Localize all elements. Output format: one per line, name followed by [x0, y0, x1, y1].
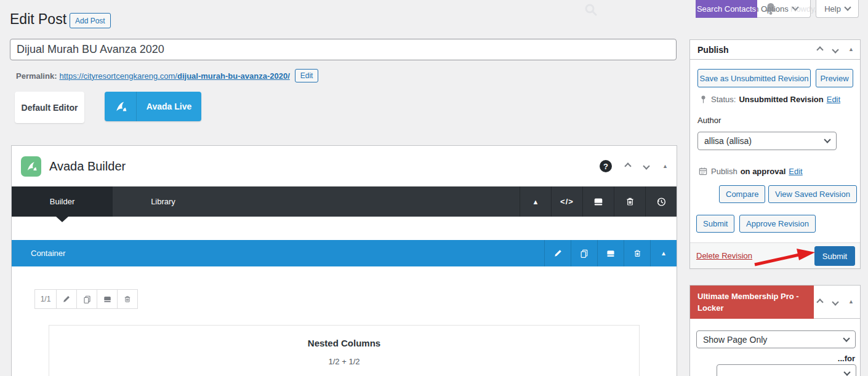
publish-panel-header[interactable]: Publish ▲	[690, 40, 860, 60]
chevron-up-icon[interactable]	[816, 298, 823, 305]
view-saved-revision-button[interactable]: View Saved Revision	[768, 185, 857, 203]
approve-revision-button[interactable]: Approve Revision	[739, 215, 816, 233]
permalink: Permalink: https://cityresortcengkareng.…	[16, 69, 318, 82]
add-post-button[interactable]: Add Post	[70, 13, 111, 28]
chevron-up-icon[interactable]	[816, 46, 823, 53]
chevron-down-icon[interactable]	[832, 298, 838, 305]
collapse-triangle-icon[interactable]: ▲	[662, 164, 668, 169]
search-contacts-label: Search Contacts	[697, 4, 756, 14]
tab-library-label: Library	[151, 197, 175, 206]
submit-primary-button[interactable]: Submit	[814, 246, 855, 266]
chevron-down-icon	[843, 335, 850, 342]
chevron-down-icon[interactable]	[832, 46, 838, 53]
for-label: ...for	[838, 354, 855, 363]
trash-icon[interactable]	[118, 289, 138, 309]
avada-live-button[interactable]: Avada Live	[105, 92, 201, 121]
author-select[interactable]: allisa (allisa)	[697, 132, 837, 150]
membership-title: Ultimate Membership Pro - Locker	[690, 286, 814, 319]
compare-button[interactable]: Compare	[719, 185, 765, 203]
container-bar[interactable]: Container ▲	[12, 240, 677, 266]
submit-button[interactable]: Submit	[696, 215, 734, 233]
tab-builder-label: Builder	[50, 197, 74, 206]
avada-builder-panel: Avada Builder ? ▲ Builder Library ▲ </>	[11, 145, 677, 376]
membership-panel-header[interactable]: Ultimate Membership Pro - Locker ▲	[690, 286, 860, 319]
publish-panel: Publish ▲ Save as Unsubmitted Revision P…	[689, 39, 861, 269]
status-value: Unsubmitted Revision	[739, 95, 823, 104]
active-tab-notch	[56, 217, 68, 222]
edit-post-screen: Screen Options Help Howdy, Search Contac…	[0, 0, 868, 376]
collapse-triangle-icon[interactable]: ▲	[848, 299, 854, 305]
page-title: Edit Post	[10, 11, 66, 28]
search-contacts-button[interactable]: Search Contacts	[696, 0, 757, 18]
help-circle-icon[interactable]: ?	[600, 160, 612, 172]
default-editor-button[interactable]: Default Editor	[15, 92, 84, 123]
post-title-input[interactable]	[10, 39, 677, 60]
author-select-value: allisa (allisa)	[704, 136, 752, 146]
save-unsubmitted-revision-button[interactable]: Save as Unsubmitted Revision	[697, 69, 811, 87]
chevron-down-icon[interactable]	[643, 162, 649, 169]
publish-edit-link[interactable]: Edit	[789, 167, 802, 176]
delete-revision-link[interactable]: Delete Revision	[696, 251, 752, 260]
status-label: Status:	[711, 95, 736, 104]
builder-panel-header: Avada Builder ? ▲	[12, 146, 677, 186]
collapse-triangle-icon[interactable]: ▲	[520, 186, 551, 217]
collapse-triangle-icon[interactable]: ▲	[650, 240, 677, 266]
locker-display-value: Show Page Only	[703, 335, 767, 345]
builder-toolbar: Builder Library ▲ </>	[12, 186, 677, 217]
help-button[interactable]: Help	[816, 0, 859, 18]
brush-icon[interactable]	[57, 289, 77, 309]
permalink-link-base[interactable]: https://cityresortcengkareng.com/	[59, 71, 177, 81]
help-label: Help	[824, 4, 841, 14]
avada-builder-logo-icon	[21, 156, 41, 177]
container-label: Container	[31, 249, 65, 258]
clone-icon[interactable]	[77, 289, 97, 309]
status-row: Status: Unsubmitted Revision Edit	[699, 95, 840, 104]
avada-logo-icon	[105, 92, 137, 121]
trash-icon[interactable]	[624, 240, 650, 266]
notification-bell-icon[interactable]	[763, 1, 778, 16]
pencil-icon[interactable]	[544, 240, 571, 266]
author-label: Author	[697, 116, 721, 125]
pin-icon	[699, 95, 708, 104]
builder-title: Avada Builder	[49, 159, 126, 174]
save-icon[interactable]	[597, 240, 624, 266]
locker-display-select[interactable]: Show Page Only	[696, 330, 856, 348]
status-edit-link[interactable]: Edit	[827, 95, 840, 104]
trash-icon[interactable]	[614, 186, 645, 217]
search-icon	[584, 2, 598, 17]
publish-label: Publish	[711, 167, 737, 176]
permalink-edit-button[interactable]: Edit	[295, 69, 319, 82]
permalink-label: Permalink:	[16, 71, 57, 81]
publish-title: Publish	[697, 45, 729, 55]
nested-columns-element[interactable]: Nested Columns 1/2 + 1/2	[49, 325, 640, 376]
chevron-down-icon	[844, 4, 851, 10]
save-icon[interactable]	[582, 186, 614, 217]
chevron-up-icon[interactable]	[624, 162, 631, 169]
collapse-triangle-icon[interactable]: ▲	[848, 47, 854, 52]
nested-columns-layout: 1/2 + 1/2	[49, 357, 639, 366]
locker-target-select[interactable]: ...	[717, 364, 856, 376]
permalink-link-slug[interactable]: dijual-murah-bu-avanza-2020/	[177, 71, 290, 81]
default-editor-label: Default Editor	[22, 103, 78, 113]
publish-schedule-row: Publish on approval Edit	[698, 166, 803, 176]
publish-on-approval: on approval	[741, 167, 786, 176]
chevron-down-icon	[843, 369, 850, 375]
save-icon[interactable]	[97, 289, 118, 309]
membership-locker-panel: Ultimate Membership Pro - Locker ▲ Show …	[689, 285, 861, 376]
column-fraction-label: 1/1	[34, 289, 57, 309]
code-icon[interactable]: </>	[551, 186, 582, 217]
tab-library[interactable]: Library	[113, 186, 214, 217]
calendar-icon	[698, 166, 708, 176]
publish-footer: Delete Revision Submit	[690, 242, 860, 268]
avada-live-label: Avada Live	[137, 92, 201, 121]
nested-columns-title: Nested Columns	[49, 338, 639, 348]
preview-button[interactable]: Preview	[816, 69, 853, 87]
clone-icon[interactable]	[571, 240, 597, 266]
column-toolbar: 1/1	[34, 289, 138, 309]
history-icon[interactable]	[645, 186, 677, 217]
tab-builder[interactable]: Builder	[12, 186, 113, 217]
chevron-down-icon	[824, 136, 830, 143]
locker-target-value: ...	[723, 373, 731, 376]
chevron-down-icon	[792, 4, 798, 10]
